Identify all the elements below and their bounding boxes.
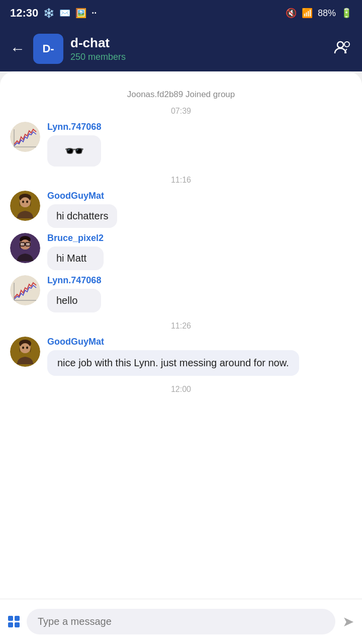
svg-rect-15 [20,243,25,246]
message-content: GoodGuyMat hi dchatters [47,191,117,228]
back-button[interactable]: ← [10,40,25,57]
avatar-mat1 [10,191,40,221]
message-bubble: nice job with this Lynn. just messing ar… [47,350,299,376]
svg-point-9 [22,201,24,203]
svg-point-24 [20,343,30,353]
svg-point-1 [344,42,349,47]
header-actions [334,38,352,60]
svg-rect-16 [26,243,30,246]
battery-icon: 🔋 [341,8,352,19]
group-avatar: D- [33,34,63,64]
message-username: Bruce_pixel2 [47,233,104,244]
status-time: 12:30 ❄️ ✉️ 🖼️ ·· [10,7,97,20]
group-members: 250 members [70,52,334,62]
svg-point-0 [337,42,343,48]
avatar-lynn1 [10,122,40,152]
avatar-mat2 [10,337,40,367]
avatar-lynn2 [10,275,40,305]
mail-icon: ✉️ [59,8,70,19]
message-content: Bruce_pixel2 hi Matt [47,233,104,270]
timestamp-2: 11:16 [10,176,352,185]
message-row: GoodGuyMat nice job with this Lynn. just… [10,337,352,376]
message-input[interactable] [27,609,335,634]
status-bar: 12:30 ❄️ ✉️ 🖼️ ·· 🔇 📶 88% 🔋 [0,0,362,26]
svg-point-8 [20,197,30,207]
chat-header: ← D- d-chat 250 members [0,26,362,71]
bottom-bar: ➤ [0,599,362,644]
svg-point-26 [26,347,28,349]
message-username: GoodGuyMat [47,191,117,201]
message-bubble: 🕶️ [47,135,101,167]
message-username: Lynn.747068 [47,275,101,286]
message-bubble: hi dchatters [47,204,117,228]
signal-icon: ❄️ [43,8,54,19]
timestamp-1: 07:39 [10,107,352,116]
members-icon[interactable] [334,38,352,60]
message-bubble: hi Matt [47,247,104,270]
svg-point-10 [26,201,28,203]
image-icon: 🖼️ [75,8,86,19]
message-bubble: hello [47,289,101,312]
more-icon: ·· [92,8,97,19]
message-content: Lynn.747068 hello [47,275,101,312]
chat-area: Joonas.fd2b89 Joined group 07:39 Lynn.74… [0,71,362,599]
message-content: Lynn.747068 🕶️ [47,122,101,167]
timestamp-3: 11:26 [10,321,352,331]
message-content: GoodGuyMat nice job with this Lynn. just… [47,337,299,376]
message-row: Lynn.747068 🕶️ [10,122,352,167]
message-username: GoodGuyMat [47,337,299,347]
avatar-bruce [10,233,40,263]
status-right: 🔇 📶 88% 🔋 [286,8,352,19]
message-username: Lynn.747068 [47,122,101,132]
timestamp-4: 12:00 [10,385,352,394]
group-info: d-chat 250 members [70,35,334,62]
time-display: 12:30 [10,7,38,20]
group-name: d-chat [70,35,334,51]
mute-icon: 🔇 [286,8,297,19]
send-button[interactable]: ➤ [342,613,354,630]
message-row: Lynn.747068 hello [10,275,352,312]
apps-button[interactable] [8,616,20,627]
message-row: Bruce_pixel2 hi Matt [10,233,352,270]
system-message: Joonas.fd2b89 Joined group [10,90,352,100]
wifi-icon: 📶 [302,8,313,19]
svg-point-25 [22,347,24,349]
battery-display: 88% [318,8,336,19]
message-row: GoodGuyMat hi dchatters [10,191,352,228]
